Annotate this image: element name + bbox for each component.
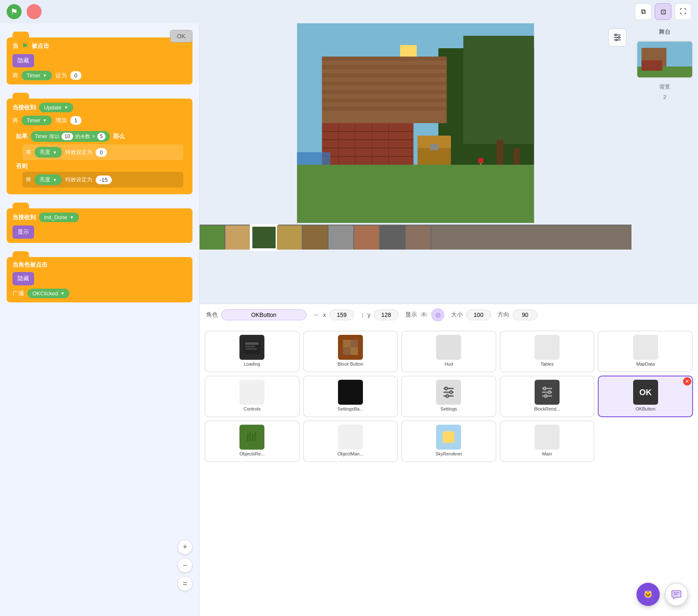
- x-group: ↔ x 159: [313, 309, 354, 320]
- sprite-name-objectsre: ObjectsRe...: [239, 451, 265, 456]
- cat-fab-button[interactable]: 🐱: [636, 583, 660, 606]
- view-full-button[interactable]: ⛶: [675, 3, 691, 20]
- eye-icon[interactable]: 👁: [420, 311, 428, 319]
- view-code-button[interactable]: ⊡: [655, 3, 671, 20]
- direction-label: 方向: [498, 311, 509, 319]
- show-group: 显示 👁 ⊘: [405, 308, 444, 322]
- size-value[interactable]: 100: [466, 309, 491, 320]
- hide-block-1[interactable]: 隐藏: [12, 54, 34, 67]
- sprite-card-tables[interactable]: Tables: [500, 331, 595, 372]
- sprite-card-main[interactable]: Main: [500, 421, 595, 462]
- blockbutton-icon: [343, 340, 358, 355]
- hat-block-4[interactable]: 当角色被点击 隐藏 广播 OKClicked ▼: [7, 257, 192, 302]
- sprite-card-settingsba[interactable]: SettingsBa...: [303, 376, 398, 417]
- value-0-1[interactable]: 0: [70, 71, 81, 80]
- sprite-thumb-settings: [436, 380, 461, 405]
- zoom-out-button[interactable]: −: [178, 558, 192, 573]
- brightness-dropdown-else[interactable]: 亮度 ▼: [35, 174, 62, 185]
- sprite-card-controls[interactable]: Controls: [205, 376, 300, 417]
- svg-rect-24: [430, 144, 439, 150]
- svg-rect-61: [247, 433, 249, 441]
- svg-rect-13: [322, 123, 414, 165]
- initdone-dropdown-3[interactable]: Init_Done ▼: [39, 213, 79, 222]
- sprite-thumb-tables: [535, 335, 560, 360]
- block-brick[interactable]: [354, 225, 380, 250]
- toolbar-right: ⧉ ⊡ ⛶: [635, 3, 691, 20]
- code-group-3: 当接收到 Init_Done ▼ 显示: [7, 203, 192, 243]
- update-dropdown-2[interactable]: Update ▼: [39, 103, 73, 112]
- sprite-thumb-objectsre: [239, 425, 264, 450]
- sprite-card-okbutton[interactable]: OK OKButton: [598, 376, 693, 417]
- stage-thumbnail[interactable]: [636, 41, 693, 78]
- sprite-card-loading[interactable]: Loading: [205, 331, 300, 372]
- zoom-reset-button[interactable]: =: [178, 576, 192, 591]
- sprite-card-objectsre[interactable]: ObjectsRe...: [205, 421, 300, 462]
- svg-point-57: [543, 387, 546, 390]
- code-group-2: 当接收到 Update ▼ 将 Timer ▼ 增加 1: [7, 93, 192, 194]
- x-value[interactable]: 159: [329, 309, 354, 320]
- show-block-3[interactable]: 显示: [12, 225, 34, 239]
- block-wood[interactable]: [406, 225, 432, 250]
- zoom-controls: + − =: [178, 539, 192, 591]
- ok-confirm-button[interactable]: OK: [170, 30, 192, 42]
- svg-point-53: [446, 395, 449, 397]
- hat-block-1[interactable]: 当 ⚑ 被点击 隐藏 将 Timer ▼ 设为 0: [7, 37, 192, 84]
- sprite-name-tables: Tables: [540, 361, 554, 366]
- sprite-delete-okbutton[interactable]: ✕: [683, 377, 691, 386]
- timer-dropdown-2[interactable]: Timer ▼: [22, 116, 52, 125]
- sprite-card-mapdata[interactable]: MapData: [598, 331, 693, 372]
- view-split-button[interactable]: ⧉: [635, 3, 651, 20]
- sprite-name-blockrend: BlockRend...: [534, 406, 560, 411]
- timer-dropdown-1[interactable]: Timer ▼: [22, 71, 52, 80]
- block-sand[interactable]: [225, 225, 251, 250]
- svg-rect-25: [297, 152, 331, 165]
- chat-fab-button[interactable]: [665, 583, 688, 606]
- sprite-name-main: Main: [542, 451, 552, 456]
- sprite-card-blockbutton[interactable]: Block Button: [303, 331, 398, 372]
- blockrend-icon-img: [540, 385, 555, 400]
- direction-value[interactable]: 90: [513, 309, 538, 320]
- block-stone[interactable]: [328, 225, 354, 250]
- hide-block-4[interactable]: 隐藏: [12, 272, 34, 285]
- sky-sun-icon: [443, 431, 454, 443]
- sprite-thumb-hud: [436, 335, 461, 360]
- sprite-name-input[interactable]: [221, 309, 306, 320]
- value-0-then[interactable]: 0: [96, 148, 107, 157]
- sprite-card-objectsman[interactable]: ObjectMan...: [303, 421, 398, 462]
- stop-button[interactable]: [27, 4, 42, 19]
- brightness-dropdown-then[interactable]: 亮度 ▼: [35, 147, 62, 158]
- sprite-name-blockbutton: Block Button: [338, 361, 363, 366]
- hat-block-2[interactable]: 当接收到 Update ▼ 将 Timer ▼ 增加 1: [7, 99, 192, 194]
- hidden-toggle[interactable]: ⊘: [431, 308, 444, 322]
- block-brown[interactable]: [303, 225, 328, 250]
- sprite-name-group: 角色: [206, 309, 306, 320]
- block-grass[interactable]: [200, 225, 225, 250]
- value-1-2[interactable]: 1: [70, 116, 81, 125]
- okclicked-dropdown-4[interactable]: OKClicked ▼: [27, 289, 69, 298]
- y-value[interactable]: 128: [374, 309, 399, 320]
- stage-settings-button[interactable]: [608, 28, 626, 47]
- updown-icon: ↕: [361, 311, 364, 319]
- green-flag-button[interactable]: [7, 4, 22, 19]
- loading-icon: [244, 341, 260, 354]
- sprite-card-skyrenderer[interactable]: SkyRenderer: [401, 421, 496, 462]
- condition-block-2[interactable]: Timer 除以 10 的余数 > 5: [31, 131, 110, 142]
- receive-label-3: 当接收到: [12, 214, 36, 221]
- sprite-name-hud: Hud: [444, 361, 453, 366]
- add-label-2: 将: [12, 117, 18, 124]
- zoom-in-button[interactable]: +: [178, 539, 192, 554]
- svg-rect-67: [672, 591, 681, 597]
- value-neg15-else[interactable]: -15: [96, 176, 112, 184]
- svg-rect-46: [350, 347, 358, 355]
- sprite-card-settings[interactable]: Settings: [401, 376, 496, 417]
- sprite-click-label-4: 当角色被点击: [12, 261, 47, 269]
- block-darkstone[interactable]: [380, 225, 406, 250]
- stage-area: 舞台 背景 2: [200, 23, 698, 304]
- block-plank[interactable]: [277, 225, 303, 250]
- svg-rect-7: [322, 65, 447, 69]
- sprite-card-blockrend[interactable]: BlockRend...: [500, 376, 595, 417]
- hat-block-3[interactable]: 当接收到 Init_Done ▼ 显示: [7, 208, 192, 243]
- sprite-card-hud[interactable]: Hud: [401, 331, 496, 372]
- block-darkgrass[interactable]: [251, 225, 277, 250]
- size-group: 大小 100: [451, 309, 491, 320]
